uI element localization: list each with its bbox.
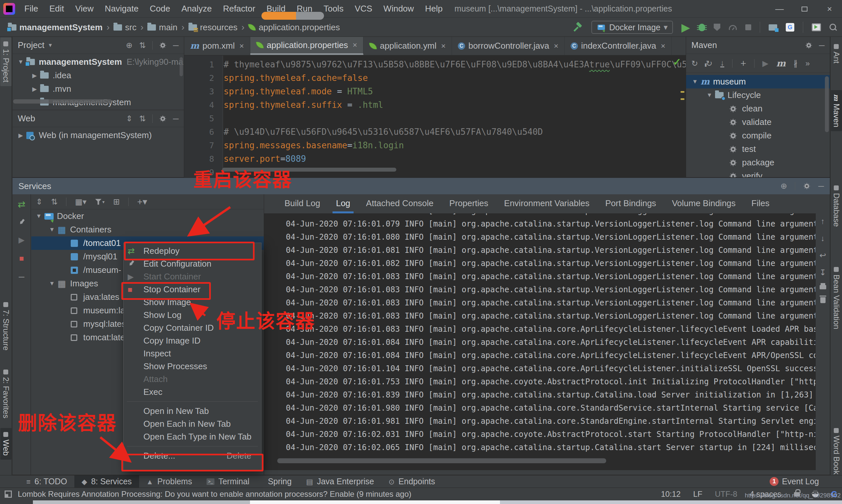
- context-menu-item-open-each-type-in-new-tab[interactable]: Open Each Type in New Tab: [124, 430, 261, 443]
- event-log-button[interactable]: 1 Event Log: [770, 475, 819, 488]
- context-menu-item-copy-image-id[interactable]: Copy Image ID: [124, 334, 261, 347]
- stop-button[interactable]: [745, 24, 751, 30]
- more-icon[interactable]: »: [806, 59, 810, 68]
- hide-panel-icon[interactable]: ─: [818, 181, 824, 191]
- menu-analyze[interactable]: Analyze: [177, 2, 216, 15]
- context-menu-item-exec[interactable]: Exec: [124, 386, 261, 398]
- tree-node-docker[interactable]: ▼Docker: [31, 210, 264, 223]
- toolwindow-button-word-book[interactable]: Word Book: [831, 424, 842, 478]
- toolwindow-button-java-enterprise[interactable]: ▤Java Enterprise: [299, 475, 381, 488]
- group-by-icon[interactable]: ▦▾: [75, 197, 87, 206]
- open-recent-icon[interactable]: [769, 24, 777, 31]
- tree-node-clean[interactable]: clean: [686, 102, 830, 115]
- close-tab-icon[interactable]: ×: [441, 41, 446, 51]
- context-menu-item-inspect[interactable]: Inspect: [124, 347, 261, 360]
- toolwindow-button-maven[interactable]: Maven: [831, 90, 842, 131]
- editor-tab-borrowcontroller-java[interactable]: borrowController.java×: [452, 37, 565, 55]
- tree-node-test[interactable]: test: [686, 142, 830, 156]
- horizontal-scrollbar[interactable]: [277, 458, 606, 463]
- breadcrumb-item[interactable]: src: [112, 22, 138, 33]
- close-tab-icon[interactable]: ×: [554, 41, 558, 51]
- toolwindow-button-web[interactable]: Web: [0, 428, 12, 460]
- profiler-button[interactable]: [729, 25, 737, 30]
- log-tab-files[interactable]: Files: [744, 194, 777, 213]
- tree-expanded-arrow-icon[interactable]: ▼: [47, 226, 57, 233]
- tree-node-web-in-managementsystem[interactable]: ▶Web (in managementSystem): [13, 129, 184, 142]
- soft-wrap-icon[interactable]: ↩: [819, 251, 826, 260]
- tree-node-mvn[interactable]: ▶.mvn: [13, 82, 184, 96]
- hide-panel-icon[interactable]: ─: [173, 41, 179, 50]
- log-tab-volume-bindings[interactable]: Volume Bindings: [664, 194, 744, 213]
- status-message[interactable]: Lombok Requires Annotation Processing: D…: [18, 489, 411, 499]
- tree-expanded-arrow-icon[interactable]: ▼: [47, 280, 57, 287]
- horizontal-scrollbar[interactable]: [13, 99, 112, 104]
- tree-node-museum[interactable]: ▼museum: [686, 75, 830, 88]
- vertical-scrollbar[interactable]: [180, 57, 183, 76]
- collapse-all-icon[interactable]: ⇅: [51, 197, 57, 206]
- collapse-all-icon[interactable]: ⇅: [139, 114, 146, 123]
- tree-expanded-arrow-icon[interactable]: ▼: [15, 58, 26, 66]
- close-button[interactable]: ×: [817, 0, 842, 18]
- build-hammer-icon[interactable]: [574, 23, 583, 32]
- locate-icon[interactable]: ⊕: [126, 41, 132, 50]
- log-tab-port-bindings[interactable]: Port Bindings: [597, 194, 664, 213]
- menu-refactor[interactable]: Refactor: [218, 2, 260, 15]
- editor-tab-pom-xml[interactable]: pom.xml×: [184, 37, 250, 55]
- execute-maven-goal-icon[interactable]: [776, 58, 786, 68]
- tree-collapsed-arrow-icon[interactable]: ▶: [29, 72, 40, 79]
- run-icon[interactable]: ▶: [18, 235, 24, 245]
- toolwindow-button-2-favorites[interactable]: 2: Favorites: [0, 365, 12, 422]
- toolwindow-toggle-icon[interactable]: [5, 490, 12, 498]
- chevron-down-icon[interactable]: ▼: [48, 42, 53, 48]
- minimize-button[interactable]: —: [767, 0, 792, 18]
- tree-expanded-arrow-icon[interactable]: ▼: [704, 92, 715, 98]
- toolwindow-button-problems[interactable]: ▲Problems: [139, 475, 199, 488]
- tree-node-package[interactable]: package: [686, 156, 830, 169]
- tree-collapsed-arrow-icon[interactable]: ▶: [29, 86, 40, 93]
- editor-tab-application-properties[interactable]: application.properties×: [250, 37, 363, 55]
- breadcrumb-item[interactable]: managementSystem: [6, 22, 104, 33]
- context-menu-item-open-in-new-tab[interactable]: Open in New Tab: [124, 405, 261, 417]
- breadcrumb-item[interactable]: main: [146, 22, 179, 33]
- hide-panel-icon[interactable]: ─: [173, 114, 179, 123]
- breadcrumb-item[interactable]: application.properties: [247, 22, 341, 33]
- tree-node-containers[interactable]: ▼Containers: [31, 223, 264, 236]
- download-sources-icon[interactable]: ↓: [720, 59, 724, 67]
- tree-node-compile[interactable]: compile: [686, 129, 830, 142]
- menu-view[interactable]: View: [71, 2, 98, 15]
- clear-all-icon[interactable]: [820, 297, 826, 303]
- toolwindow-button-8-services[interactable]: ◆8: Services: [74, 475, 139, 488]
- skip-tests-icon[interactable]: ∦: [794, 59, 798, 68]
- run-maven-icon[interactable]: ▶: [763, 59, 768, 68]
- log-tab-environment-variables[interactable]: Environment Variables: [496, 194, 598, 213]
- gear-icon[interactable]: [806, 42, 812, 49]
- menu-vcs[interactable]: VCS: [350, 2, 377, 15]
- debug-button[interactable]: [699, 24, 705, 31]
- menu-code[interactable]: Code: [145, 2, 175, 15]
- run-button[interactable]: ▶: [681, 21, 690, 34]
- toolwindow-button-endpoints[interactable]: ⊙Endpoints: [381, 475, 442, 488]
- tree-expanded-arrow-icon[interactable]: ▼: [689, 78, 701, 85]
- add-icon[interactable]: +: [740, 58, 746, 69]
- search-everywhere-icon[interactable]: [829, 24, 837, 31]
- print-icon[interactable]: [820, 285, 826, 289]
- scroll-down-icon[interactable]: ↓: [821, 234, 825, 243]
- tree-expanded-arrow-icon[interactable]: ▼: [33, 213, 44, 220]
- add-icon[interactable]: +▾: [137, 196, 147, 207]
- log-tab-properties[interactable]: Properties: [442, 194, 496, 213]
- close-tab-icon[interactable]: ×: [239, 41, 244, 51]
- toolwindow-button-7-structure[interactable]: 7: Structure: [0, 298, 12, 355]
- hide-icon[interactable]: ─: [19, 272, 24, 282]
- gear-icon[interactable]: [804, 183, 810, 190]
- run-anything-icon[interactable]: [812, 23, 821, 31]
- log-console[interactable]: 04-Jun-2020 07:16:01.078 INFO [main] org…: [264, 213, 816, 470]
- edit-configuration-icon[interactable]: [18, 219, 25, 226]
- toolwindow-button-database[interactable]: Database: [831, 181, 842, 231]
- gear-icon[interactable]: [160, 115, 166, 122]
- tree-node-verify[interactable]: verify: [686, 169, 830, 177]
- editor-tab-application-yml[interactable]: application.yml×: [363, 37, 452, 55]
- collapse-all-icon[interactable]: ⇅: [139, 41, 146, 50]
- editor-tab-indexcontroller-java[interactable]: indexController.java×: [565, 37, 671, 55]
- context-menu-item-open-each-in-new-tab[interactable]: Open Each in New Tab: [124, 417, 261, 430]
- translate-icon[interactable]: [786, 23, 794, 32]
